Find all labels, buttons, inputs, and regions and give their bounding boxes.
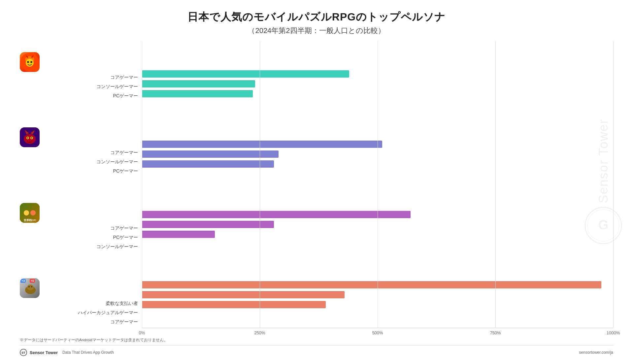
group-spacer: [20, 100, 142, 105]
bar-row-game1-0: [142, 69, 613, 79]
bar-label-game1-0: コアゲーマー: [20, 73, 142, 82]
bar-game1-1: [142, 80, 255, 87]
game2-icon: [20, 127, 40, 147]
bar-row-game2-2: [142, 159, 613, 169]
footer-url: sensortower.com/ja: [579, 350, 613, 355]
bar-label-game4-0: 柔軟な支払い者: [20, 299, 142, 308]
bar-row-game3-0: [142, 210, 613, 219]
svg-point-3: [27, 61, 29, 63]
bar-game4-0: [142, 281, 601, 288]
game3-icon: 世界戦CP!: [20, 203, 40, 223]
bar-row-game1-1: [142, 79, 613, 88]
main-title: 日本で人気のモバイルパズルRPGのトップペルソナ: [20, 10, 613, 24]
footer-bar: ST Sensor Tower Data That Drives App Gro…: [20, 345, 613, 357]
app-icon-row-game1: [20, 52, 142, 72]
app-group-game2: コアゲーマーコンソールゲーマーPCゲーマー: [20, 127, 142, 180]
bar-label-game3-1: PCゲーマー: [20, 233, 142, 242]
app-group-game1: コアゲーマーコンソールゲーマーPCゲーマー: [20, 52, 142, 105]
badge-x5: ×5: [30, 279, 35, 283]
svg-point-13: [27, 137, 28, 139]
svg-point-17: [24, 210, 29, 215]
bars-group-game2: [142, 119, 613, 174]
x-axis-label: 750%: [490, 330, 501, 335]
svg-point-14: [31, 137, 32, 139]
svg-point-18: [30, 210, 36, 215]
x-axis-label: 500%: [372, 330, 383, 335]
bars-group-spacer: [142, 99, 613, 104]
data-note: ※データにはサードパーティーのAndroidマーケットデータは含まれておりません…: [20, 338, 613, 343]
bar-game4-1: [142, 291, 345, 298]
main-container: 日本で人気のモバイルパズルRPGのトップペルソナ （2024年第2四半期：一般人…: [0, 0, 633, 364]
bar-row-game2-1: [142, 149, 613, 159]
bars-section: 0%250%500%750%1000%: [142, 41, 613, 338]
bar-row-game3-2: [142, 230, 613, 239]
bars-icon-placeholder-game4: [142, 260, 613, 280]
game4-icon: +3 ×5: [20, 278, 40, 298]
bar-label-game1-2: PCゲーマー: [20, 91, 142, 100]
title-section: 日本で人気のモバイルパズルRPGのトップペルソナ （2024年第2四半期：一般人…: [20, 10, 613, 36]
svg-point-4: [30, 61, 32, 63]
app-icon-row-game2: [20, 127, 142, 147]
bars-icon-placeholder-game2: [142, 119, 613, 139]
bar-game2-0: [142, 141, 382, 148]
chart-area: コアゲーマーコンソールゲーマーPCゲーマー コアゲーマーコンソールゲーマーPCゲ…: [20, 41, 613, 338]
app-group-game4: +3 ×5 柔軟な支払い者ハイパーカジュアルゲーマーコアゲーマー: [20, 278, 142, 326]
grid-line: [613, 41, 614, 328]
game1-icon: [20, 52, 40, 72]
x-axis-label: 250%: [254, 330, 265, 335]
bar-label-game2-2: PCゲーマー: [20, 166, 142, 176]
svg-text:世界戦CP!: 世界戦CP!: [24, 219, 36, 222]
bar-label-game1-1: コンソールゲーマー: [20, 82, 142, 91]
bars-icon-placeholder-game1: [142, 49, 613, 69]
svg-point-23: [27, 284, 34, 290]
svg-text:ST: ST: [21, 351, 25, 354]
bar-game4-2: [142, 301, 326, 308]
bar-label-game3-2: コンソールゲーマー: [20, 242, 142, 251]
app-group-game3: 世界戦CP! コアゲーマーPCゲーマーコンソールゲーマー: [20, 203, 142, 256]
bars-group-spacer: [142, 169, 613, 174]
bar-game3-0: [142, 211, 411, 218]
bar-game3-1: [142, 221, 274, 228]
bar-row-game2-0: [142, 140, 613, 149]
group-spacer: [20, 251, 142, 256]
bars-group-game3: [142, 189, 613, 244]
bar-label-game4-1: ハイパーカジュアルゲーマー: [20, 308, 142, 317]
footer-brand: Sensor Tower: [30, 350, 58, 355]
x-axis-label: 0%: [139, 330, 145, 335]
bar-label-game2-1: コンソールゲーマー: [20, 157, 142, 166]
bar-row-game4-1: [142, 290, 613, 299]
bar-game2-2: [142, 160, 274, 168]
bar-label-game4-2: コアゲーマー: [20, 317, 142, 326]
bar-label-game2-0: コアゲーマー: [20, 148, 142, 157]
bar-game1-2: [142, 90, 253, 97]
bars-group-game1: [142, 49, 613, 104]
bar-row-game4-2: [142, 300, 613, 309]
bars-group-game4: [142, 260, 613, 310]
sensortower-logo-icon: ST: [20, 349, 27, 356]
bar-row-game3-1: [142, 220, 613, 229]
app-icon-row-game3: 世界戦CP!: [20, 203, 142, 223]
bar-game1-0: [142, 70, 349, 78]
apps-labels: コアゲーマーコンソールゲーマーPCゲーマー コアゲーマーコンソールゲーマーPCゲ…: [20, 41, 142, 338]
badge-plus3: +3: [20, 279, 26, 283]
footer-tagline: Data That Drives App Growth: [62, 350, 114, 355]
app-icon-row-game4: +3 ×5: [20, 278, 142, 298]
bars-group-spacer: [142, 240, 613, 244]
bars-content: [142, 41, 613, 328]
sub-title: （2024年第2四半期：一般人口との比較）: [20, 26, 613, 36]
x-axis: 0%250%500%750%1000%: [142, 328, 613, 338]
bar-row-game4-0: [142, 280, 613, 289]
svg-point-24: [28, 286, 30, 287]
x-axis-label: 1000%: [607, 330, 620, 335]
bar-game2-1: [142, 150, 279, 158]
bar-label-game3-0: コアゲーマー: [20, 223, 142, 233]
bar-row-game1-2: [142, 89, 613, 98]
bar-game3-2: [142, 231, 215, 238]
group-spacer: [20, 176, 142, 180]
svg-point-25: [31, 286, 32, 287]
footer-left: ST Sensor Tower Data That Drives App Gro…: [20, 349, 114, 356]
bars-icon-placeholder-game3: [142, 189, 613, 209]
